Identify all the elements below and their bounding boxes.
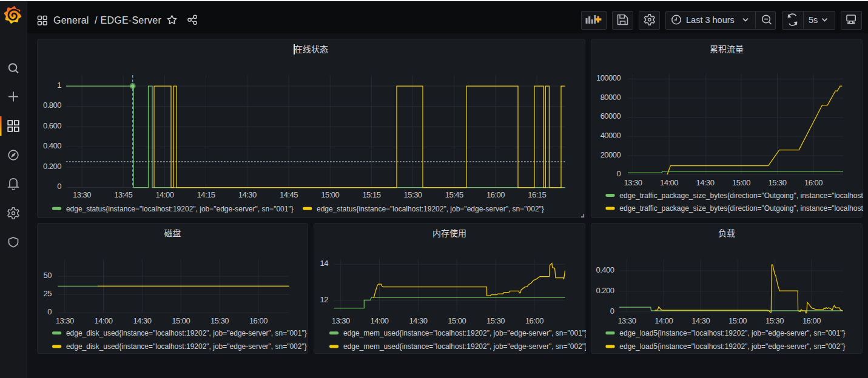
svg-text:13:30: 13:30 [56, 316, 74, 325]
svg-text:14:30: 14:30 [691, 316, 710, 325]
svg-text:15:00: 15:00 [172, 316, 190, 325]
svg-text:15:00: 15:00 [321, 190, 339, 199]
svg-text:0.200: 0.200 [43, 162, 61, 171]
svg-text:14:00: 14:00 [660, 178, 678, 187]
svg-text:12: 12 [320, 295, 329, 304]
svg-text:13:45: 13:45 [114, 190, 132, 199]
svg-text:15:30: 15:30 [486, 316, 505, 325]
svg-text:15:00: 15:00 [448, 316, 466, 325]
svg-text:15:15: 15:15 [362, 190, 380, 199]
svg-text:15:30: 15:30 [404, 190, 422, 199]
svg-text:13:30: 13:30 [73, 190, 91, 199]
svg-text:edge_traffic_package_size_byte: edge_traffic_package_size_bytes{directio… [619, 204, 863, 213]
svg-text:5s: 5s [809, 15, 818, 25]
svg-text:15:30: 15:30 [210, 316, 229, 325]
svg-text:15:00: 15:00 [732, 178, 750, 187]
svg-text:0: 0 [617, 169, 621, 178]
svg-text:14:30: 14:30 [238, 190, 257, 199]
svg-text:16:00: 16:00 [486, 190, 505, 199]
svg-text:0.200: 0.200 [596, 286, 614, 295]
svg-text:edge_load5{instance="localhost: edge_load5{instance="localhost:19202", j… [619, 342, 845, 351]
svg-text:edge_load5{instance="localhost: edge_load5{instance="localhost:19202", j… [619, 329, 845, 337]
svg-text:0: 0 [57, 182, 61, 191]
svg-text:14:00: 14:00 [654, 316, 673, 325]
svg-text:80000: 80000 [601, 93, 621, 102]
svg-text:16:00: 16:00 [249, 316, 267, 325]
svg-text:25: 25 [44, 289, 52, 298]
svg-text:40000: 40000 [601, 131, 621, 140]
svg-text:edge_traffic_package_size_byte: edge_traffic_package_size_bytes{directio… [619, 191, 863, 200]
svg-text:60000: 60000 [601, 111, 621, 121]
svg-text:16:00: 16:00 [525, 316, 543, 325]
svg-text:13:30: 13:30 [617, 316, 636, 325]
svg-text:edge_mem_used{instance="localh: edge_mem_used{instance="localhost:19202"… [343, 329, 586, 337]
svg-text:0: 0 [47, 307, 52, 316]
svg-text:0.600: 0.600 [43, 121, 61, 130]
svg-text:14:30: 14:30 [409, 316, 427, 325]
svg-text:General / EDGE-Server: General / EDGE-Server [53, 15, 161, 25]
svg-text:14:00: 14:00 [155, 190, 173, 199]
svg-text:0.800: 0.800 [43, 101, 61, 110]
svg-text:Last 3 hours: Last 3 hours [686, 15, 735, 25]
svg-text:13:30: 13:30 [624, 178, 642, 187]
svg-text:16:00: 16:00 [802, 316, 821, 325]
svg-text:15:30: 15:30 [765, 316, 784, 325]
svg-text:16:00: 16:00 [804, 178, 823, 187]
svg-text:15:30: 15:30 [768, 178, 786, 187]
svg-text:13:30: 13:30 [332, 316, 350, 325]
svg-text:0.400: 0.400 [596, 265, 614, 274]
svg-text:1: 1 [57, 81, 61, 90]
svg-text:14:30: 14:30 [696, 178, 714, 187]
svg-text:15:00: 15:00 [728, 316, 747, 325]
svg-text:0.400: 0.400 [43, 141, 61, 150]
svg-text:14: 14 [320, 259, 329, 268]
svg-text:20000: 20000 [601, 150, 621, 159]
svg-text:0: 0 [610, 307, 614, 316]
svg-text:14:15: 14:15 [197, 190, 215, 199]
svg-text:50: 50 [44, 271, 52, 280]
svg-text:100000: 100000 [596, 73, 621, 82]
svg-text:15:45: 15:45 [445, 190, 463, 199]
svg-text:edge_status{instance="localhos: edge_status{instance="localhost:19202", … [317, 205, 544, 213]
svg-text:14:30: 14:30 [133, 316, 151, 325]
svg-text:14:00: 14:00 [94, 316, 112, 325]
svg-text:edge_mem_used{instance="localh: edge_mem_used{instance="localhost:19202"… [343, 342, 586, 351]
svg-text:edge_disk_used{instance="local: edge_disk_used{instance="localhost:19202… [66, 329, 307, 337]
svg-text:14:00: 14:00 [370, 316, 388, 325]
svg-text:14:45: 14:45 [280, 190, 298, 199]
svg-text:edge_status{instance="localhos: edge_status{instance="localhost:19202", … [66, 205, 294, 213]
svg-text:16:15: 16:15 [528, 190, 546, 199]
svg-text:edge_disk_used{instance="local: edge_disk_used{instance="localhost:19202… [66, 342, 307, 351]
